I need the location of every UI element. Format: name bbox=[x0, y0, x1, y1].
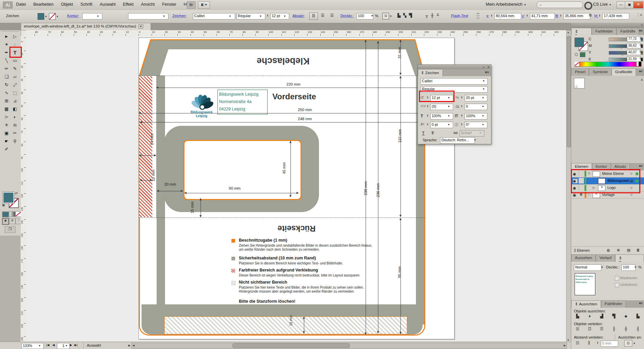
search-input[interactable]: ⌕ bbox=[537, 1, 583, 8]
next-artboard-button[interactable]: ▶ bbox=[70, 343, 72, 347]
horizontal-scrollbar-thumb[interactable] bbox=[232, 343, 350, 348]
scale-tool[interactable]: ⤢ bbox=[11, 81, 19, 89]
lock-icon[interactable]: 🛇 bbox=[580, 193, 583, 196]
dist-vcenter-icon[interactable]: ☲ bbox=[585, 327, 594, 333]
cslive-menu[interactable]: CS Live ▼ bbox=[593, 2, 611, 7]
align-to-dropdown[interactable]: ⊡ bbox=[624, 340, 632, 347]
expand-icon[interactable]: ▷ bbox=[588, 193, 590, 196]
color-mode-button[interactable] bbox=[2, 211, 9, 217]
zoom-tool[interactable]: ⚲ bbox=[11, 138, 19, 145]
strikethrough-icon[interactable]: T bbox=[431, 131, 434, 136]
panel-collapse-icon[interactable]: « bbox=[483, 65, 484, 69]
align-right-button[interactable]: ☰ bbox=[328, 12, 336, 19]
status-indicator-dropdown[interactable]: Auswahl ▶ bbox=[83, 342, 133, 349]
align-center-button[interactable]: ☰ bbox=[319, 12, 327, 19]
tab-symbole[interactable]: Symbole bbox=[589, 68, 611, 76]
x-field[interactable]: 80,564 mm bbox=[494, 13, 521, 19]
distribute-objects-icons[interactable]: ╥╫╨ bbox=[425, 13, 442, 18]
menu-schrift[interactable]: Schrift bbox=[80, 2, 92, 7]
arrange-documents-button[interactable]: ◧ ▾ bbox=[198, 1, 210, 9]
eraser-tool[interactable]: ▱ bbox=[11, 73, 19, 81]
tab-transparenz[interactable]: ⇕ Transparenz bbox=[615, 254, 644, 262]
tab-grafikstile[interactable]: Grafikstile bbox=[611, 68, 636, 76]
grafikstile-menu-icon[interactable]: ▾≡ bbox=[636, 68, 644, 76]
new-layer-icon[interactable]: ▤ bbox=[627, 248, 630, 252]
envelope-artwork[interactable]: Klebelasche 220 mm bbox=[139, 39, 425, 336]
rectangle-tool[interactable]: ▭ bbox=[11, 57, 19, 64]
reference-point-widget[interactable]: ▫▪▫▫▫▫▫▫▫ bbox=[476, 12, 483, 19]
symbol-sprayer-tool[interactable]: ✳ bbox=[3, 121, 10, 129]
dock-collapse-icon[interactable]: » bbox=[571, 23, 644, 28]
screen-mode-button[interactable]: ❐ bbox=[5, 226, 15, 233]
menu-effekt[interactable]: Effekt bbox=[123, 2, 133, 7]
eyedropper-tool[interactable]: ⌲ bbox=[3, 113, 10, 121]
align-vcenter-icon[interactable]: ⬥ bbox=[622, 314, 630, 320]
k-value[interactable]: 21,59 bbox=[627, 56, 641, 62]
maskieren-checkbox[interactable] bbox=[615, 276, 619, 281]
kontur-label[interactable]: Kontur: bbox=[67, 14, 79, 18]
fill-color-swatch[interactable] bbox=[38, 13, 44, 20]
menu-fenster[interactable]: Fenster bbox=[162, 2, 176, 7]
zeichen-link[interactable]: Zeichen: bbox=[172, 14, 186, 18]
tab-farbhilfe[interactable]: Farbhilfe bbox=[616, 28, 639, 35]
live-paint-tool[interactable]: ✐ bbox=[3, 146, 10, 153]
selection-tool[interactable]: ► bbox=[3, 33, 10, 40]
workspace-switcher[interactable]: Mein Arbeitsbereich ▼ bbox=[486, 2, 526, 7]
menu-ansicht[interactable]: Ansicht bbox=[141, 2, 155, 7]
prev-artboard-button[interactable]: ◀ bbox=[52, 343, 55, 347]
link-dimensions-icon[interactable]: ⧉ bbox=[589, 13, 592, 17]
blob-brush-tool[interactable]: ❑ bbox=[3, 73, 10, 81]
minimize-button[interactable]: — bbox=[616, 1, 626, 8]
slice-tool[interactable]: ✂ bbox=[11, 130, 19, 137]
y-value[interactable]: 40,07 bbox=[627, 50, 641, 55]
opacity-value[interactable]: 100 bbox=[622, 264, 636, 271]
visibility-icon[interactable]: ◉ bbox=[573, 193, 576, 197]
close-button[interactable]: ✕ bbox=[633, 1, 643, 8]
draw-normal-button[interactable]: ◙ bbox=[2, 218, 9, 225]
vertical-ruler[interactable]: 0102030405060708090100110120130140150160… bbox=[21, 36, 26, 342]
zeichen-panel-menu-icon[interactable]: ▾≡ bbox=[443, 69, 491, 76]
tab-pinsel[interactable]: Pinsel bbox=[571, 68, 589, 76]
delete-layer-icon[interactable]: 🗑 bbox=[636, 248, 640, 252]
zeichen-panel-tab[interactable]: ⇕ Zeichen bbox=[418, 69, 443, 76]
gradient-mode-button[interactable] bbox=[9, 211, 15, 217]
blend-tool[interactable]: ◐ bbox=[11, 113, 19, 121]
first-artboard-button[interactable]: |◀ bbox=[46, 343, 49, 347]
y-field[interactable]: 41,71 mm bbox=[530, 13, 555, 19]
default-fill-stroke-icon[interactable]: ▣ bbox=[2, 203, 5, 207]
language-dropdown[interactable]: Deutsch: Refor... bbox=[440, 137, 475, 144]
umkehren-checkbox[interactable] bbox=[615, 283, 619, 287]
align-hcenter-icon[interactable]: ♦ bbox=[585, 314, 594, 320]
height-field[interactable]: 17,439 mm bbox=[602, 13, 629, 19]
align-bottom-icon[interactable]: ▙ bbox=[634, 314, 642, 320]
bridge-button[interactable]: Br bbox=[187, 1, 196, 9]
opacity-field[interactable]: 100 bbox=[357, 13, 373, 19]
mesh-tool[interactable]: ▦ bbox=[3, 105, 10, 113]
new-sublayer-icon[interactable]: ⊕ bbox=[617, 248, 620, 252]
width-field[interactable]: 35,866 mm bbox=[564, 13, 590, 19]
horizontal-scrollbar[interactable]: ◀ ▶ bbox=[131, 343, 567, 349]
menu-datei[interactable]: Datei bbox=[16, 2, 26, 7]
m-value[interactable]: 36,62 bbox=[627, 43, 641, 48]
stroke-weight-field[interactable] bbox=[82, 13, 102, 19]
tab-pathfinder[interactable]: Pathfinder bbox=[601, 300, 626, 308]
dist-bottom-icon[interactable]: ☴ bbox=[597, 327, 606, 333]
absatz-link[interactable]: Absatz: bbox=[292, 14, 305, 18]
panel-font-family[interactable]: Calibri bbox=[421, 78, 488, 85]
line-tool[interactable]: ╲ bbox=[3, 57, 10, 64]
gap-v-icon[interactable]: ☵ bbox=[573, 341, 582, 347]
perspective-grid-tool[interactable]: ⊿ bbox=[11, 97, 19, 105]
make-clip-mask-icon[interactable]: ◍ bbox=[607, 248, 610, 252]
dock-fill-swatch[interactable] bbox=[575, 38, 584, 47]
artboard-tool[interactable]: ▣ bbox=[3, 130, 10, 137]
dist-hcenter-icon[interactable]: ╫ bbox=[622, 327, 630, 333]
tab-aussehen[interactable]: Aussehen bbox=[571, 254, 596, 262]
rotate-tool[interactable]: ↻ bbox=[3, 81, 10, 89]
flash-text[interactable]: Flash-Text bbox=[451, 14, 468, 18]
menu-auswahl[interactable]: Auswahl bbox=[100, 2, 115, 7]
last-artboard-button[interactable]: ▶| bbox=[74, 343, 77, 347]
hand-tool[interactable]: ☛ bbox=[3, 138, 10, 145]
align-objects-icons[interactable]: ▙▚▜ bbox=[397, 13, 415, 18]
transform-reference-icon[interactable]: ⊡ bbox=[382, 13, 389, 19]
ausrichten-menu-icon[interactable]: ▾≡ bbox=[626, 300, 644, 308]
